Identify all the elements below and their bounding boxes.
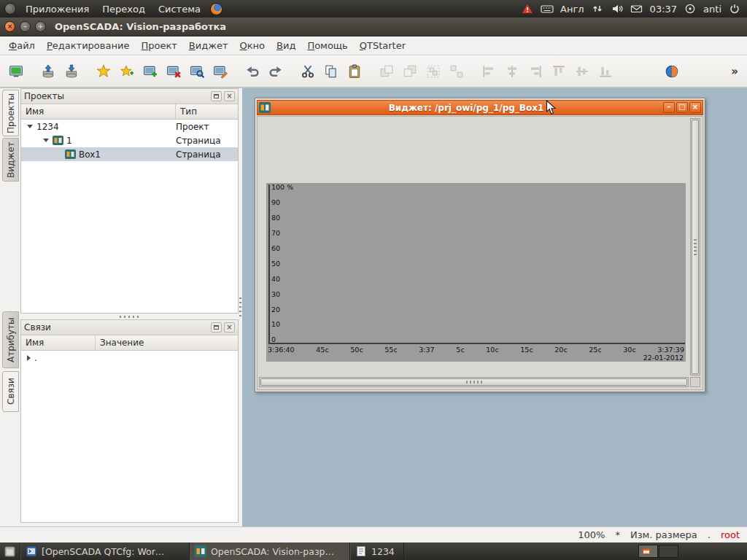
child-maximize-button[interactable]: □ <box>676 102 688 113</box>
run-project-button[interactable] <box>4 60 28 83</box>
lower-widget-button[interactable] <box>398 60 422 83</box>
add-widget-button[interactable] <box>139 60 162 83</box>
tree-item-label: 1 <box>66 136 72 146</box>
copy-button[interactable] <box>320 60 343 83</box>
redo-button[interactable] <box>264 60 287 83</box>
cut-button[interactable] <box>296 60 320 83</box>
taskbar-item-label: [OpenSCADA QTCfg: Wor… <box>42 546 164 557</box>
menu-view[interactable]: Вид <box>271 38 301 53</box>
clock-label[interactable]: 03:37 <box>650 4 677 15</box>
dev-run-mode-button[interactable] <box>660 60 684 83</box>
widget-edit-window: Виджет: /prj_owi/pg_1/pg_Box1 – □ × 100 … <box>255 98 705 392</box>
projects-dock-header[interactable]: Проекты × <box>21 89 238 104</box>
align-vcenter-button[interactable] <box>570 60 594 83</box>
dock-close-button[interactable]: × <box>224 322 235 332</box>
group-widgets-button[interactable] <box>422 60 445 83</box>
trend-chart[interactable]: 100 % 90 80 70 60 50 40 30 20 10 0 <box>266 183 686 362</box>
taskbar-item-qtcfg[interactable]: [OpenSCADA QTCfg: Wor… <box>20 542 190 560</box>
username-label[interactable]: anti <box>703 4 721 15</box>
expander-down-icon[interactable] <box>43 139 49 142</box>
warning-icon[interactable] <box>521 2 534 15</box>
menu-qtstarter[interactable]: QTStarter <box>354 38 411 53</box>
splitter-grip-icon <box>239 298 241 318</box>
new-project-button[interactable] <box>92 60 115 83</box>
menu-edit[interactable]: Редактирование <box>41 38 135 53</box>
tree-row-page-selected[interactable]: Box1 Страница <box>21 147 238 161</box>
workspace-1[interactable] <box>638 545 658 558</box>
menu-window[interactable]: Окно <box>233 38 271 53</box>
toolbar-overflow-button[interactable]: » <box>727 65 743 78</box>
volume-icon[interactable] <box>611 2 624 15</box>
window-minimize-button[interactable]: – <box>20 21 31 32</box>
align-hcenter-button[interactable] <box>500 60 524 83</box>
dock-float-button[interactable] <box>211 322 222 332</box>
view-widget-button[interactable] <box>185 60 209 83</box>
edit-widget-button[interactable] <box>209 60 232 83</box>
firefox-icon[interactable] <box>210 3 222 15</box>
menu-help[interactable]: Помощь <box>301 38 353 53</box>
align-left-button[interactable] <box>477 60 500 83</box>
taskbar-item-vision[interactable]: OpenSCADA: Vision-разр… <box>190 542 350 560</box>
tree-row-page[interactable]: 1 Страница <box>21 133 238 147</box>
raise-widget-button[interactable] <box>375 60 398 83</box>
window-maximize-button[interactable]: + <box>35 21 46 32</box>
menu-file[interactable]: Файл <box>3 38 41 53</box>
db-load-button[interactable] <box>36 60 60 83</box>
projects-tree: 1234 Проект 1 Страница <box>21 120 238 313</box>
child-titlebar[interactable]: Виджет: /prj_owi/pg_1/pg_Box1 – □ × <box>257 100 703 115</box>
keyboard-layout-label[interactable]: Англ <box>560 4 584 15</box>
vertical-scrollbar[interactable] <box>690 118 700 376</box>
child-minimize-button[interactable]: – <box>663 102 675 113</box>
column-header-type[interactable]: Тип <box>176 104 238 119</box>
db-save-button[interactable] <box>60 60 83 83</box>
tab-widget[interactable]: Виджет <box>2 138 19 182</box>
widget-canvas[interactable]: 100 % 90 80 70 60 50 40 30 20 10 0 <box>257 116 703 390</box>
float-icon <box>214 94 219 98</box>
align-bottom-button[interactable] <box>594 60 617 83</box>
splitter-grip-icon <box>120 316 140 318</box>
column-header-value[interactable]: Значение <box>96 335 238 350</box>
session-indicator-icon[interactable] <box>684 2 697 15</box>
taskbar-item-project[interactable]: 1234 <box>350 542 404 560</box>
hscroll-handle[interactable] <box>260 378 687 386</box>
new-library-button[interactable] <box>115 60 139 83</box>
tab-links[interactable]: Связи <box>2 371 19 412</box>
y-tick: 10 <box>271 321 293 328</box>
undo-button[interactable] <box>241 60 264 83</box>
align-top-button[interactable] <box>547 60 570 83</box>
tree-row-project[interactable]: 1234 Проект <box>21 120 238 133</box>
window-close-button[interactable]: × <box>4 21 15 32</box>
panel-menu-applications[interactable]: Приложения <box>19 0 96 18</box>
horizontal-scrollbar[interactable] <box>259 377 689 387</box>
tab-attributes[interactable]: Атрибуты <box>2 311 19 368</box>
panel-menu-places[interactable]: Переход <box>96 0 152 18</box>
updown-arrows-icon[interactable] <box>591 2 604 15</box>
align-right-button[interactable] <box>524 60 547 83</box>
expander-down-icon[interactable] <box>27 125 33 128</box>
keyboard-icon[interactable] <box>541 2 554 15</box>
links-row-root[interactable]: . <box>21 351 238 365</box>
tab-projects[interactable]: Проекты <box>2 90 19 136</box>
panel-menu-system[interactable]: Система <box>152 0 207 18</box>
show-desktop-button[interactable] <box>0 542 20 560</box>
vscroll-handle[interactable] <box>692 120 699 374</box>
ungroup-widgets-button[interactable] <box>445 60 468 83</box>
mail-icon[interactable] <box>630 2 643 15</box>
power-icon[interactable] <box>728 2 741 15</box>
menu-widget[interactable]: Виджет <box>183 38 234 53</box>
app-titlebar[interactable]: × – + OpenSCADA: Vision-разработка <box>0 18 747 36</box>
delete-widget-button[interactable] <box>162 60 185 83</box>
distro-logo-icon[interactable] <box>4 3 16 15</box>
dock-splitter[interactable] <box>20 314 239 319</box>
taskbar: [OpenSCADA QTCfg: Wor… OpenSCADA: Vision… <box>0 542 747 560</box>
links-dock-header[interactable]: Связи × <box>21 320 238 335</box>
menu-project[interactable]: Проект <box>135 38 182 53</box>
workspace-2[interactable] <box>659 545 678 558</box>
column-header-name[interactable]: Имя <box>21 104 176 119</box>
paste-button[interactable] <box>343 60 366 83</box>
dock-float-button[interactable] <box>211 91 222 101</box>
column-header-name[interactable]: Имя <box>21 335 96 350</box>
child-close-button[interactable]: × <box>689 102 701 113</box>
dock-close-button[interactable]: × <box>224 91 235 101</box>
expander-right-icon[interactable] <box>27 355 31 361</box>
